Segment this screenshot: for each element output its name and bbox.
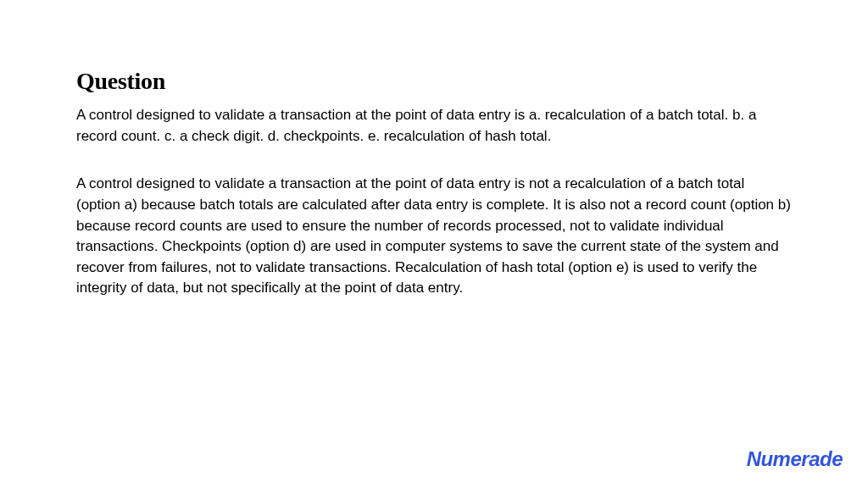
answer-text: A control designed to validate a transac… [76, 174, 792, 299]
brand-logo: Numerade [747, 447, 843, 471]
question-text: A control designed to validate a transac… [76, 105, 792, 147]
question-heading: Question [76, 68, 792, 95]
